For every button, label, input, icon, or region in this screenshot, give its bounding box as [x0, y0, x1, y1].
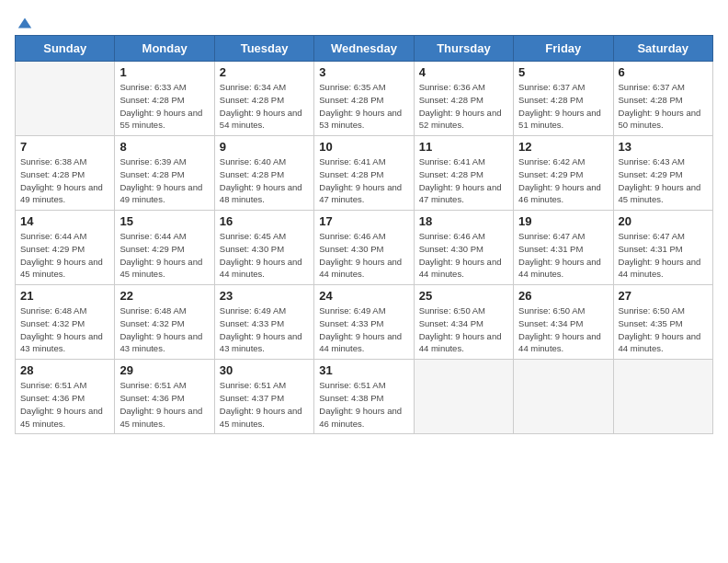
- calendar-cell: 11 Sunrise: 6:41 AM Sunset: 4:28 PM Dayl…: [414, 136, 513, 211]
- calendar-cell: 7 Sunrise: 6:38 AM Sunset: 4:28 PM Dayli…: [16, 136, 115, 211]
- calendar-cell: 29 Sunrise: 6:51 AM Sunset: 4:36 PM Dayl…: [115, 360, 214, 434]
- day-info: Sunrise: 6:43 AM Sunset: 4:29 PM Dayligh…: [619, 155, 708, 206]
- day-number: 4: [419, 65, 508, 79]
- day-number: 8: [119, 140, 209, 154]
- day-number: 12: [518, 140, 608, 154]
- calendar-cell: 22 Sunrise: 6:48 AM Sunset: 4:32 PM Dayl…: [115, 285, 214, 360]
- day-number: 19: [518, 214, 608, 228]
- calendar-cell: 1 Sunrise: 6:33 AM Sunset: 4:28 PM Dayli…: [115, 62, 214, 136]
- svg-marker-0: [18, 18, 31, 29]
- logo: [15, 15, 33, 28]
- weekday-header-wednesday: Wednesday: [314, 36, 414, 62]
- calendar-cell: 6 Sunrise: 6:37 AM Sunset: 4:28 PM Dayli…: [613, 62, 712, 136]
- day-number: 23: [220, 289, 309, 303]
- calendar-cell: 26 Sunrise: 6:50 AM Sunset: 4:34 PM Dayl…: [514, 285, 613, 360]
- day-info: Sunrise: 6:36 AM Sunset: 4:28 PM Dayligh…: [419, 81, 508, 132]
- day-info: Sunrise: 6:48 AM Sunset: 4:32 PM Dayligh…: [119, 304, 209, 355]
- logo-icon: [17, 15, 33, 31]
- day-number: 31: [319, 363, 408, 377]
- calendar-cell: 17 Sunrise: 6:46 AM Sunset: 4:30 PM Dayl…: [314, 211, 414, 285]
- day-info: Sunrise: 6:37 AM Sunset: 4:28 PM Dayligh…: [518, 81, 608, 132]
- calendar-cell: 18 Sunrise: 6:46 AM Sunset: 4:30 PM Dayl…: [414, 211, 513, 285]
- day-number: 7: [20, 140, 109, 154]
- day-info: Sunrise: 6:51 AM Sunset: 4:37 PM Dayligh…: [220, 379, 309, 430]
- day-info: Sunrise: 6:49 AM Sunset: 4:33 PM Dayligh…: [220, 304, 309, 355]
- weekday-header-sunday: Sunday: [16, 36, 115, 62]
- day-number: 2: [220, 65, 309, 79]
- calendar-cell: 8 Sunrise: 6:39 AM Sunset: 4:28 PM Dayli…: [115, 136, 214, 211]
- day-info: Sunrise: 6:49 AM Sunset: 4:33 PM Dayligh…: [319, 304, 408, 355]
- day-info: Sunrise: 6:34 AM Sunset: 4:28 PM Dayligh…: [220, 81, 309, 132]
- day-info: Sunrise: 6:51 AM Sunset: 4:36 PM Dayligh…: [20, 379, 109, 430]
- calendar-cell: 23 Sunrise: 6:49 AM Sunset: 4:33 PM Dayl…: [214, 285, 313, 360]
- day-info: Sunrise: 6:47 AM Sunset: 4:31 PM Dayligh…: [518, 230, 608, 281]
- day-number: 28: [20, 363, 109, 377]
- day-number: 21: [20, 289, 109, 303]
- day-info: Sunrise: 6:51 AM Sunset: 4:38 PM Dayligh…: [319, 379, 408, 430]
- calendar-cell: 4 Sunrise: 6:36 AM Sunset: 4:28 PM Dayli…: [414, 62, 513, 136]
- day-number: 26: [518, 289, 608, 303]
- calendar-cell: 15 Sunrise: 6:44 AM Sunset: 4:29 PM Dayl…: [115, 211, 214, 285]
- day-info: Sunrise: 6:40 AM Sunset: 4:28 PM Dayligh…: [220, 155, 309, 206]
- day-info: Sunrise: 6:48 AM Sunset: 4:32 PM Dayligh…: [20, 304, 109, 355]
- calendar-cell: 14 Sunrise: 6:44 AM Sunset: 4:29 PM Dayl…: [16, 211, 115, 285]
- day-number: 3: [319, 65, 408, 79]
- calendar-row: 21 Sunrise: 6:48 AM Sunset: 4:32 PM Dayl…: [16, 285, 713, 360]
- day-info: Sunrise: 6:39 AM Sunset: 4:28 PM Dayligh…: [119, 155, 209, 206]
- day-info: Sunrise: 6:50 AM Sunset: 4:34 PM Dayligh…: [419, 304, 508, 355]
- day-number: 15: [119, 214, 209, 228]
- calendar-cell: 31 Sunrise: 6:51 AM Sunset: 4:38 PM Dayl…: [314, 360, 414, 434]
- day-info: Sunrise: 6:50 AM Sunset: 4:34 PM Dayligh…: [518, 304, 608, 355]
- day-number: 16: [220, 214, 309, 228]
- day-info: Sunrise: 6:46 AM Sunset: 4:30 PM Dayligh…: [319, 230, 408, 281]
- header: [15, 15, 713, 28]
- calendar-cell: 10 Sunrise: 6:41 AM Sunset: 4:28 PM Dayl…: [314, 136, 414, 211]
- weekday-header-tuesday: Tuesday: [214, 36, 313, 62]
- calendar-row: 28 Sunrise: 6:51 AM Sunset: 4:36 PM Dayl…: [16, 360, 713, 434]
- calendar-cell: 21 Sunrise: 6:48 AM Sunset: 4:32 PM Dayl…: [16, 285, 115, 360]
- day-number: 9: [220, 140, 309, 154]
- calendar-cell: 3 Sunrise: 6:35 AM Sunset: 4:28 PM Dayli…: [314, 62, 414, 136]
- day-info: Sunrise: 6:35 AM Sunset: 4:28 PM Dayligh…: [319, 81, 408, 132]
- weekday-header-saturday: Saturday: [613, 36, 712, 62]
- calendar-cell: 16 Sunrise: 6:45 AM Sunset: 4:30 PM Dayl…: [214, 211, 313, 285]
- calendar-cell: [613, 360, 712, 434]
- calendar-cell: 19 Sunrise: 6:47 AM Sunset: 4:31 PM Dayl…: [514, 211, 613, 285]
- day-info: Sunrise: 6:41 AM Sunset: 4:28 PM Dayligh…: [319, 155, 408, 206]
- calendar-row: 14 Sunrise: 6:44 AM Sunset: 4:29 PM Dayl…: [16, 211, 713, 285]
- day-number: 22: [119, 289, 209, 303]
- day-info: Sunrise: 6:38 AM Sunset: 4:28 PM Dayligh…: [20, 155, 109, 206]
- day-number: 20: [619, 214, 708, 228]
- weekday-header-monday: Monday: [115, 36, 214, 62]
- day-info: Sunrise: 6:33 AM Sunset: 4:28 PM Dayligh…: [119, 81, 209, 132]
- calendar-row: 1 Sunrise: 6:33 AM Sunset: 4:28 PM Dayli…: [16, 62, 713, 136]
- day-number: 25: [419, 289, 508, 303]
- day-info: Sunrise: 6:41 AM Sunset: 4:28 PM Dayligh…: [419, 155, 508, 206]
- day-info: Sunrise: 6:50 AM Sunset: 4:35 PM Dayligh…: [619, 304, 708, 355]
- day-info: Sunrise: 6:45 AM Sunset: 4:30 PM Dayligh…: [220, 230, 309, 281]
- day-number: 17: [319, 214, 408, 228]
- calendar-cell: [16, 62, 115, 136]
- day-number: 27: [619, 289, 708, 303]
- day-number: 30: [220, 363, 309, 377]
- day-info: Sunrise: 6:46 AM Sunset: 4:30 PM Dayligh…: [419, 230, 508, 281]
- day-number: 13: [619, 140, 708, 154]
- day-info: Sunrise: 6:44 AM Sunset: 4:29 PM Dayligh…: [119, 230, 209, 281]
- calendar-cell: [514, 360, 613, 434]
- day-info: Sunrise: 6:47 AM Sunset: 4:31 PM Dayligh…: [619, 230, 708, 281]
- calendar-cell: 24 Sunrise: 6:49 AM Sunset: 4:33 PM Dayl…: [314, 285, 414, 360]
- day-number: 10: [319, 140, 408, 154]
- calendar-cell: [414, 360, 513, 434]
- calendar-cell: 20 Sunrise: 6:47 AM Sunset: 4:31 PM Dayl…: [613, 211, 712, 285]
- day-number: 24: [319, 289, 408, 303]
- calendar-cell: 25 Sunrise: 6:50 AM Sunset: 4:34 PM Dayl…: [414, 285, 513, 360]
- weekday-header-friday: Friday: [514, 36, 613, 62]
- calendar-cell: 9 Sunrise: 6:40 AM Sunset: 4:28 PM Dayli…: [214, 136, 313, 211]
- day-number: 11: [419, 140, 508, 154]
- calendar-cell: 28 Sunrise: 6:51 AM Sunset: 4:36 PM Dayl…: [16, 360, 115, 434]
- calendar-table: SundayMondayTuesdayWednesdayThursdayFrid…: [15, 35, 713, 434]
- day-number: 1: [119, 65, 209, 79]
- day-number: 5: [518, 65, 608, 79]
- calendar-cell: 12 Sunrise: 6:42 AM Sunset: 4:29 PM Dayl…: [514, 136, 613, 211]
- weekday-header-row: SundayMondayTuesdayWednesdayThursdayFrid…: [16, 36, 713, 62]
